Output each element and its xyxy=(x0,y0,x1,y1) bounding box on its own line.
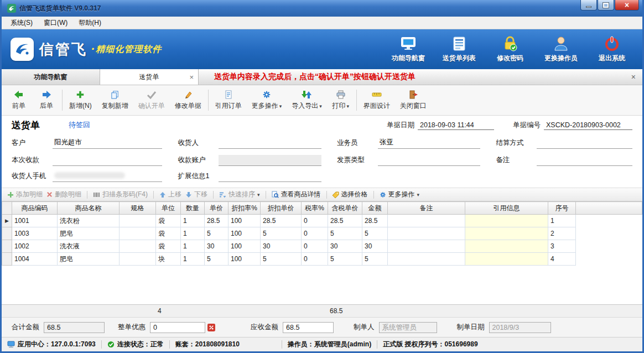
cell-tax-rate[interactable]: 0 xyxy=(302,227,328,240)
cell-reference[interactable] xyxy=(465,227,548,240)
cell-discount-price[interactable]: 30 xyxy=(261,240,302,253)
cell-price[interactable]: 28.5 xyxy=(205,215,228,227)
cell-discount-rate[interactable]: 100 xyxy=(228,253,261,266)
salesman-field[interactable]: 张亚 xyxy=(378,138,481,149)
cell-reference[interactable] xyxy=(465,215,548,227)
cell-reference[interactable] xyxy=(465,240,548,253)
cell-qty[interactable]: 1 xyxy=(181,215,205,227)
cell-seq[interactable]: 2 xyxy=(548,227,576,240)
maximize-button[interactable] xyxy=(598,0,614,11)
receiver-field[interactable] xyxy=(219,139,321,149)
quick-sort-button[interactable]: 快速排序 ▾ xyxy=(219,190,260,199)
cell-product-code[interactable]: 1003 xyxy=(12,227,58,240)
invoice-field[interactable] xyxy=(378,156,481,166)
exit-system-button[interactable]: 退出系统 xyxy=(590,35,633,63)
cell-taxed-price[interactable]: 5 xyxy=(328,253,362,266)
cell-remark[interactable] xyxy=(388,227,465,240)
cell-discount-price[interactable]: 5 xyxy=(261,227,302,240)
cell-taxed-price[interactable]: 28.5 xyxy=(328,215,362,227)
customer-field[interactable]: 阳光超市 xyxy=(53,138,162,149)
cell-seq[interactable]: 3 xyxy=(548,240,576,253)
scan-barcode-button[interactable]: 扫描条形码(F4) xyxy=(93,190,148,199)
settlement-field[interactable] xyxy=(537,139,632,149)
remark-field[interactable] xyxy=(537,156,632,166)
table-row[interactable]: 1003 肥皂 袋 1 5 100 5 0 5 5 2 xyxy=(2,227,642,240)
cell-product-name[interactable]: 肥皂 xyxy=(58,253,120,266)
cell-discount-rate[interactable]: 100 xyxy=(228,215,261,227)
cell-spec[interactable] xyxy=(120,227,156,240)
cell-spec[interactable] xyxy=(120,240,156,253)
panel-close-icon[interactable]: × xyxy=(625,72,642,81)
cell-tax-rate[interactable]: 0 xyxy=(302,253,328,266)
import-export-button[interactable]: 导入导出▾ xyxy=(287,86,327,114)
add-row-button[interactable]: 添加明细 xyxy=(7,190,43,199)
change-password-button[interactable]: 修改密码 xyxy=(489,35,532,63)
receivable-field[interactable]: 68.5 xyxy=(283,322,334,333)
cell-product-code[interactable]: 1001 xyxy=(12,215,58,227)
cell-amount[interactable]: 28.5 xyxy=(362,215,388,227)
cell-qty[interactable]: 1 xyxy=(181,227,205,240)
cell-discount-price[interactable]: 28.5 xyxy=(261,215,302,227)
cell-unit[interactable]: 袋 xyxy=(156,240,181,253)
switch-operator-button[interactable]: 更换操作员 xyxy=(539,35,583,63)
cell-product-name[interactable]: 洗衣粉 xyxy=(58,215,120,227)
detail-more-button[interactable]: 更多操作 ▾ xyxy=(380,190,420,199)
tab-delivery-order[interactable]: 送货单 × xyxy=(100,69,199,85)
cell-tax-rate[interactable]: 0 xyxy=(302,215,328,227)
doc-date-field[interactable]: 2018-09-03 11:44 xyxy=(418,121,494,130)
menu-system[interactable]: 系统(S) xyxy=(5,17,38,29)
cell-amount[interactable]: 5 xyxy=(362,227,388,240)
more-operations-button[interactable]: 更多操作▾ xyxy=(247,86,287,114)
cell-qty[interactable]: 1 xyxy=(181,253,205,266)
cell-amount[interactable]: 30 xyxy=(362,240,388,253)
cell-price[interactable]: 30 xyxy=(205,240,228,253)
cell-amount[interactable]: 5 xyxy=(362,253,388,266)
minimize-button[interactable] xyxy=(580,0,597,11)
modify-doc-button[interactable]: 修改单据 xyxy=(170,86,206,114)
cell-discount-rate[interactable]: 100 xyxy=(228,240,261,253)
print-button[interactable]: 打印▾ xyxy=(327,86,355,114)
new-button[interactable]: 新增(N) xyxy=(64,86,97,114)
close-window-button[interactable]: 关闭窗口 xyxy=(395,86,432,114)
phone-field[interactable] xyxy=(53,172,162,182)
cell-discount-rate[interactable]: 100 xyxy=(228,227,261,240)
delete-row-button[interactable]: 删除明细 xyxy=(46,190,81,199)
cell-unit[interactable]: 块 xyxy=(156,253,181,266)
cell-taxed-price[interactable]: 5 xyxy=(328,227,362,240)
cell-product-code[interactable]: 1002 xyxy=(12,240,58,253)
table-row[interactable]: 1004 肥皂 块 1 5 100 5 0 5 5 4 xyxy=(2,253,642,266)
copy-new-button[interactable]: 复制新增 xyxy=(97,86,133,114)
quote-order-button[interactable]: 引用订单 xyxy=(210,86,247,114)
cell-reference[interactable] xyxy=(465,253,548,266)
table-row[interactable]: ▶ 1001 洗衣粉 袋 1 28.5 100 28.5 0 28.5 28.5… xyxy=(2,215,642,227)
cell-product-name[interactable]: 洗衣液 xyxy=(58,240,120,253)
cell-unit[interactable]: 袋 xyxy=(156,215,181,227)
cell-spec[interactable] xyxy=(120,253,156,266)
cell-remark[interactable] xyxy=(388,253,465,266)
cell-remark[interactable] xyxy=(388,215,465,227)
view-product-button[interactable]: 查看商品详情 xyxy=(272,190,321,199)
select-price-button[interactable]: 选择价格 xyxy=(333,190,368,199)
discount-edit-icon[interactable] xyxy=(207,324,215,331)
prev-doc-button[interactable]: 前单 xyxy=(5,86,33,114)
ext1-field[interactable] xyxy=(219,172,321,182)
order-list-button[interactable]: 送货单列表 xyxy=(438,35,481,63)
cell-price[interactable]: 5 xyxy=(205,227,228,240)
confirm-open-button[interactable]: 确认开单 xyxy=(133,86,170,114)
move-up-button[interactable]: 上移 xyxy=(159,190,181,199)
tab-nav-panel[interactable]: 功能导航窗 xyxy=(2,69,100,85)
cell-unit[interactable]: 袋 xyxy=(156,227,181,240)
next-doc-button[interactable]: 后单 xyxy=(33,86,60,114)
cell-product-code[interactable]: 1004 xyxy=(12,253,58,266)
nav-panel-button[interactable]: 功能导航窗 xyxy=(387,35,430,63)
cell-seq[interactable]: 1 xyxy=(548,215,576,227)
cell-taxed-price[interactable]: 30 xyxy=(328,240,362,253)
cell-seq[interactable]: 4 xyxy=(548,253,576,266)
doc-number-field[interactable]: XSCKD-20180903-0002 xyxy=(544,121,632,130)
menu-help[interactable]: 帮助(H) xyxy=(73,17,107,29)
cell-price[interactable]: 5 xyxy=(205,253,228,266)
cell-product-name[interactable]: 肥皂 xyxy=(58,227,120,240)
close-button[interactable]: × xyxy=(615,0,639,11)
cell-remark[interactable] xyxy=(388,240,465,253)
cell-tax-rate[interactable]: 0 xyxy=(302,240,328,253)
